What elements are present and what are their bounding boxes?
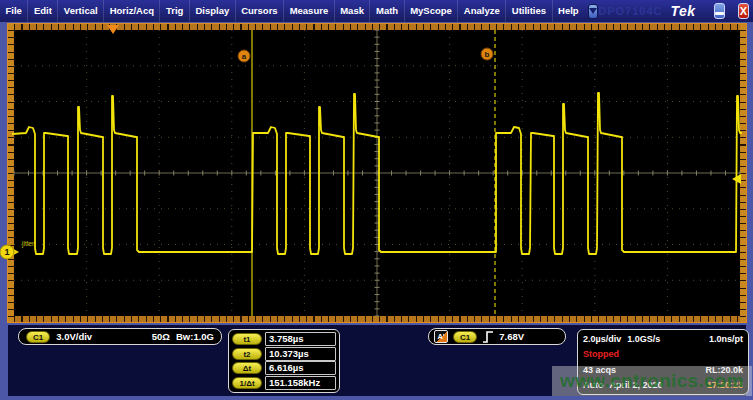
t1-badge: t1 <box>232 333 262 345</box>
t2-value: 10.373µs <box>265 347 336 361</box>
t2-badge: t2 <box>232 348 262 360</box>
oscilloscope-screen: File Edit Vertical Horiz/Acq Trig Displa… <box>0 0 753 400</box>
run-status: Stopped <box>583 347 619 361</box>
chevron-down-icon <box>589 8 597 14</box>
ruler-right <box>740 24 746 322</box>
menu-measure[interactable]: Measure <box>284 0 335 22</box>
menu-edit[interactable]: Edit <box>28 0 58 22</box>
channel1-readout[interactable]: C1 3.0V/div 50Ω Bw:1.0G <box>18 328 222 345</box>
graticule-area <box>14 30 740 316</box>
menu-horiz-acq[interactable]: Horiz/Acq <box>104 0 160 22</box>
resolution: 1.0ns/pt <box>709 332 743 346</box>
menu-file[interactable]: File <box>0 0 28 22</box>
measurement-row-t2[interactable]: t2 10.373µs <box>232 347 336 361</box>
menu-trig[interactable]: Trig <box>160 0 189 22</box>
menu-math[interactable]: Math <box>370 0 404 22</box>
menu-analyze[interactable]: Analyze <box>458 0 506 22</box>
measurement-row-dt[interactable]: Δt 6.616µs <box>232 361 336 375</box>
menu-myscope[interactable]: MyScope <box>405 0 459 22</box>
trigger-readout[interactable]: A' C1 7.68V <box>428 328 566 345</box>
measurement-row-t1[interactable]: t1 3.758µs <box>232 332 336 346</box>
channel1-impedance: 50Ω <box>152 331 170 342</box>
menu-cursors[interactable]: Cursors <box>236 0 284 22</box>
tek-logo: Tek <box>670 3 695 19</box>
t1-value: 3.758µs <box>265 332 336 346</box>
cursor-b-badge[interactable] <box>481 48 493 60</box>
minimize-icon <box>715 12 724 15</box>
menu-overflow-dropdown[interactable] <box>588 4 598 19</box>
minimize-button[interactable] <box>714 3 725 19</box>
menu-vertical[interactable]: Vertical <box>58 0 104 22</box>
inv-dt-value: 151.158kHz <box>265 376 336 390</box>
sample-rate: 1.0GS/s <box>627 332 660 346</box>
channel1-bandwidth: Bw:1.0G <box>176 331 214 342</box>
menu-help[interactable]: Help <box>553 0 585 22</box>
dt-badge: Δt <box>232 362 262 374</box>
menu-display[interactable]: Display <box>190 0 236 22</box>
dt-value: 6.616µs <box>265 361 336 375</box>
cursor-a-badge[interactable] <box>238 50 250 62</box>
watermark: www.cntronics.com <box>552 366 752 396</box>
ruler-left <box>8 24 14 322</box>
model-label: DPO7104C <box>598 5 662 17</box>
trigger-level-value: 7.68V <box>499 331 524 342</box>
channel1-badge: C1 <box>26 331 50 343</box>
channel1-scale: 3.0V/div <box>56 331 92 342</box>
menu-bar: File Edit Vertical Horiz/Acq Trig Displa… <box>0 0 753 22</box>
trigger-source-badge: C1 <box>453 331 477 343</box>
rising-edge-icon <box>482 330 494 344</box>
close-button[interactable]: X <box>738 3 749 19</box>
timebase: 2.0µs/div <box>583 332 621 346</box>
ruler-top <box>8 24 746 30</box>
menu-utilities[interactable]: Utilities <box>506 0 552 22</box>
menu-mask[interactable]: Mask <box>335 0 371 22</box>
graticule-frame <box>8 24 746 322</box>
measurement-row-1dt[interactable]: 1/Δt 151.158kHz <box>232 376 336 390</box>
ruler-bottom <box>8 316 746 322</box>
close-icon: X <box>740 5 747 17</box>
trigger-a-badge: A' <box>434 330 448 343</box>
cursor-measurement-box: t1 3.758µs t2 10.373µs Δt 6.616µs 1/Δt 1… <box>228 329 340 393</box>
channel1-marker[interactable] <box>0 245 14 259</box>
inv-dt-badge: 1/Δt <box>232 377 262 389</box>
